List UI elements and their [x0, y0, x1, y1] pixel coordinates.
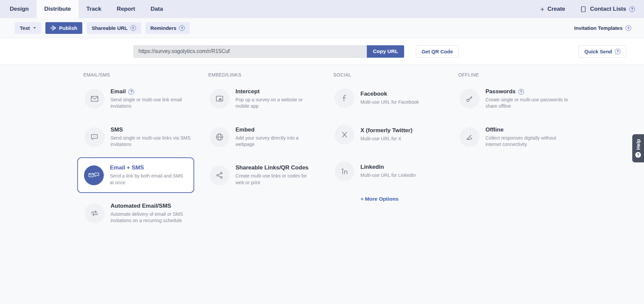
item-desc: Send single or multi-use links via SMS i… [111, 135, 191, 148]
column-social: SOCIAL Facebook Multi-use URL for Facebo… [327, 72, 452, 241]
column-offline: OFFLINE Passwords ? Create single or mul… [452, 72, 577, 241]
plus-icon: + [540, 6, 544, 13]
help-tab-label: Help [635, 139, 641, 150]
email-help-icon[interactable]: ? [128, 89, 134, 95]
item-title: X (formerly Twitter) [360, 127, 413, 134]
key-icon [460, 89, 479, 109]
item-title: Offline [485, 126, 504, 133]
reminders-button[interactable]: Reminders ? [145, 22, 190, 34]
item-desc: Collect responses digitally without inte… [485, 135, 570, 148]
tab-design[interactable]: Design [2, 0, 37, 18]
dist-item-offline[interactable]: Offline Collect responses digitally with… [460, 126, 577, 148]
column-embed-links: EMBED/LINKS Intercept Pop up a survey on… [202, 72, 327, 241]
invitation-templates-link[interactable]: Invitation Templates ? [574, 25, 631, 31]
distribution-options: EMAIL/SMS Email ? Send single or multi-u… [0, 65, 644, 241]
linkedin-icon [335, 161, 354, 181]
item-desc: Create single or multi-use passwords to … [485, 97, 570, 110]
intercept-popup-icon [210, 89, 229, 109]
quick-send-help-icon[interactable]: ? [615, 49, 620, 54]
item-title: Automated Email/SMS [111, 203, 171, 209]
item-desc: Automate delivery of email or SMS invita… [111, 211, 191, 224]
item-desc: Multi-use URL for X [360, 136, 441, 142]
dist-item-facebook[interactable]: Facebook Multi-use URL for Facebook [335, 88, 452, 108]
create-label: Create [547, 6, 565, 12]
invitation-templates-help-icon[interactable]: ? [626, 25, 631, 31]
dist-item-passwords[interactable]: Passwords ? Create single or multi-use p… [460, 88, 577, 110]
dist-item-shareable-links-qr[interactable]: Shareable Links/QR Codes Create multi-us… [210, 164, 327, 186]
dist-item-embed[interactable]: Embed Add your survey directly into a we… [210, 126, 327, 148]
reminders-label: Reminders [151, 25, 177, 31]
item-desc: Multi-use URL for Facebook [360, 99, 441, 105]
distribute-toolbar: Test Publish Shareable URL ? Reminders ?… [0, 18, 644, 38]
item-desc: Pop up a survey on a website or mobile a… [235, 97, 316, 110]
survey-url-input[interactable] [133, 45, 367, 58]
item-title: Email + SMS [110, 164, 144, 171]
contact-lists-button[interactable]: Contact Lists ? [580, 6, 635, 13]
reminders-help-icon[interactable]: ? [179, 25, 185, 31]
tab-track[interactable]: Track [79, 0, 109, 18]
column-header-offline: OFFLINE [458, 72, 577, 78]
shareable-url-help-icon[interactable]: ? [130, 25, 136, 31]
item-desc: Create multi-use links or codes for web … [235, 173, 316, 186]
item-desc: Add your survey directly into a webpage [235, 135, 316, 148]
shareable-url-button[interactable]: Shareable URL ? [87, 22, 141, 34]
item-title: Intercept [235, 88, 260, 95]
item-desc: Send a link by both email and SMS at onc… [110, 173, 187, 186]
facebook-icon [335, 88, 354, 108]
dist-item-intercept[interactable]: Intercept Pop up a survey on a website o… [210, 88, 327, 110]
chevron-down-icon [33, 27, 36, 29]
help-question-icon: ? [635, 152, 641, 158]
contact-lists-label: Contact Lists [590, 6, 626, 12]
publish-button[interactable]: Publish [45, 22, 82, 34]
dist-item-email[interactable]: Email ? Send single or multi-use link em… [85, 88, 202, 110]
dist-item-linkedin[interactable]: Linkedin Multi-use URL for Linkedin [335, 161, 452, 181]
tab-distribute[interactable]: Distribute [37, 0, 79, 18]
tab-report[interactable]: Report [109, 0, 143, 18]
item-title: Embed [235, 126, 255, 133]
item-title: Shareable Links/QR Codes [235, 164, 308, 171]
item-title: Facebook [360, 91, 387, 97]
survey-url-section: Copy URL Get QR Code Quick Send ? [0, 38, 644, 65]
column-email-sms: EMAIL/SMS Email ? Send single or multi-u… [77, 72, 202, 241]
survey-status-label: Test [20, 25, 30, 31]
share-icon [210, 165, 229, 185]
publish-arrow-icon [50, 26, 56, 31]
globe-icon [210, 127, 229, 147]
recurring-icon [85, 203, 104, 223]
sms-icon [85, 127, 104, 147]
column-header-social: SOCIAL [333, 72, 452, 78]
column-header-email-sms: EMAIL/SMS [83, 72, 202, 78]
item-title: Email [111, 88, 126, 95]
item-title: Passwords [485, 88, 516, 95]
email-icon [85, 89, 104, 109]
item-desc: Send single or multi-use link email invi… [111, 97, 191, 110]
dist-item-sms[interactable]: SMS Send single or multi-use links via S… [85, 126, 202, 148]
publish-label: Publish [59, 25, 77, 31]
item-desc: Multi-use URL for Linkedin [360, 172, 441, 179]
column-header-embed-links: EMBED/LINKS [208, 72, 327, 78]
get-qr-code-button[interactable]: Get QR Code [416, 45, 459, 58]
invitation-templates-label: Invitation Templates [574, 25, 622, 31]
dist-item-x-twitter[interactable]: X (formerly Twitter) Multi-use URL for X [335, 125, 452, 145]
item-title: SMS [111, 126, 123, 133]
x-twitter-icon [335, 125, 354, 145]
top-nav-bar: Design Distribute Track Report Data + Cr… [0, 0, 644, 18]
item-title: Linkedin [360, 164, 384, 170]
quick-send-button[interactable]: Quick Send ? [578, 45, 626, 58]
contact-lists-help-icon[interactable]: ? [629, 6, 635, 12]
dist-item-automated-email-sms[interactable]: Automated Email/SMS Automate delivery of… [85, 203, 202, 224]
quick-send-label: Quick Send [584, 49, 612, 54]
offline-icon [460, 127, 479, 147]
dist-item-email-sms-selected[interactable]: Email + SMS Send a link by both email an… [77, 157, 194, 193]
address-book-icon [580, 6, 587, 13]
tab-data[interactable]: Data [143, 0, 171, 18]
survey-status-dropdown[interactable]: Test [15, 22, 41, 34]
create-button[interactable]: + Create [540, 6, 565, 13]
copy-url-button[interactable]: Copy URL [367, 45, 404, 58]
help-tab[interactable]: Help ? [632, 134, 644, 162]
passwords-help-icon[interactable]: ? [518, 89, 524, 95]
shareable-url-label: Shareable URL [92, 25, 128, 31]
email-sms-icon [84, 165, 104, 185]
more-options-link[interactable]: + More Options [360, 196, 452, 202]
